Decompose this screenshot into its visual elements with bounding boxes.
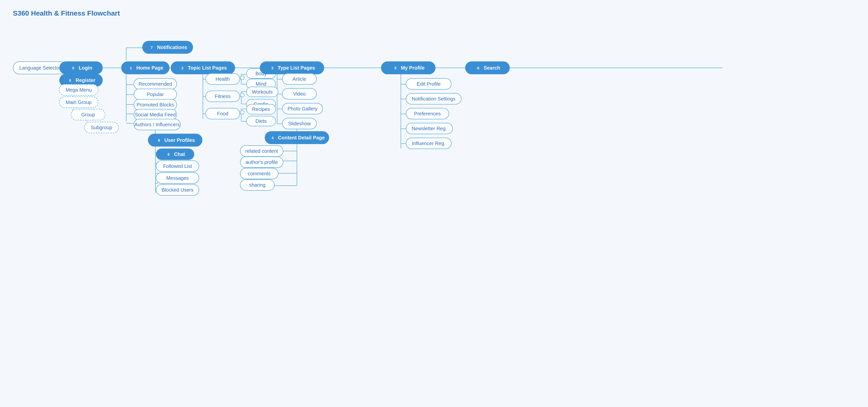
user-profiles-label: User Profiles bbox=[164, 137, 195, 143]
search-badge: 6 bbox=[475, 64, 482, 71]
my-profile-label: My Profile bbox=[401, 65, 425, 71]
language-selector-node[interactable]: Language Selector bbox=[13, 61, 67, 74]
type-list-pages-node[interactable]: 3 Type List Pages bbox=[260, 61, 324, 74]
video-label: Video bbox=[293, 91, 306, 97]
home-page-node[interactable]: 1 Home Page bbox=[121, 61, 169, 74]
workouts-label: Workouts bbox=[252, 89, 273, 95]
followed-list-node[interactable]: Followed List bbox=[156, 161, 199, 172]
preferences-node[interactable]: Preferences bbox=[406, 108, 449, 119]
food-node[interactable]: Food bbox=[205, 108, 240, 119]
content-detail-label: Content Detail Page bbox=[278, 135, 325, 141]
food-label: Food bbox=[217, 111, 228, 117]
chat-node[interactable]: 9 Chat bbox=[156, 149, 194, 160]
language-selector-label: Language Selector bbox=[19, 65, 61, 71]
newsletter-reg-node[interactable]: Newsletter Reg. bbox=[406, 123, 453, 134]
sharing-label: sharing bbox=[249, 182, 266, 188]
recommended-node[interactable]: Recommended bbox=[134, 78, 177, 90]
subgroup-node[interactable]: Subgroup bbox=[84, 122, 119, 133]
fitness-label: Fitness bbox=[215, 94, 230, 99]
topic-list-badge: 2 bbox=[179, 64, 186, 71]
search-label: Search bbox=[484, 65, 500, 71]
sharing-node[interactable]: sharing bbox=[240, 179, 275, 191]
authors-profile-label: author's profile bbox=[245, 159, 278, 165]
photo-gallery-label: Photo Gallery bbox=[287, 106, 317, 112]
my-profile-node[interactable]: 5 My Profile bbox=[381, 61, 435, 74]
photo-gallery-node[interactable]: Photo Gallery bbox=[282, 103, 323, 114]
chat-badge: 9 bbox=[165, 151, 172, 158]
blocked-users-label: Blocked Users bbox=[162, 187, 193, 193]
main-group-label: Main Group bbox=[66, 99, 92, 105]
group-node[interactable]: Group bbox=[71, 109, 105, 120]
health-connector bbox=[240, 76, 245, 80]
authors-profile-node[interactable]: author's profile bbox=[240, 156, 283, 168]
related-content-node[interactable]: related content bbox=[240, 145, 283, 157]
mega-menu-label: Mega Menu bbox=[66, 87, 92, 93]
messages-node[interactable]: Messages bbox=[156, 172, 199, 184]
influencer-reg-label: Influencer Reg. bbox=[412, 141, 446, 146]
notifications-node[interactable]: 7 Notifications bbox=[142, 41, 193, 54]
notifications-label: Notifications bbox=[157, 45, 187, 50]
popular-label: Popular bbox=[147, 92, 164, 97]
slideshow-node[interactable]: Slideshow bbox=[282, 118, 317, 129]
fitness-node[interactable]: Fitness bbox=[205, 91, 240, 102]
page-title: S360 Health & Fitness Flowchart bbox=[13, 9, 120, 17]
main-group-node[interactable]: Main Group bbox=[59, 96, 98, 108]
flowchart-container: S360 Health & Fitness Flowchart bbox=[0, 0, 868, 407]
login-node[interactable]: 0 Login bbox=[59, 61, 103, 74]
notification-settings-node[interactable]: Notification Settings bbox=[406, 93, 462, 105]
preferences-label: Preferences bbox=[414, 111, 441, 117]
type-list-badge: 3 bbox=[269, 64, 276, 71]
workouts-node[interactable]: Workouts bbox=[246, 87, 278, 97]
chat-label: Chat bbox=[174, 151, 185, 157]
popular-node[interactable]: Popular bbox=[134, 89, 177, 100]
diets-label: Diets bbox=[255, 118, 267, 124]
connectors-svg bbox=[0, 0, 868, 407]
subgroup-label: Subgroup bbox=[91, 125, 112, 130]
social-media-feed-label: Social Media Feed bbox=[135, 112, 176, 118]
edit-profile-label: Edit Profile bbox=[417, 81, 441, 87]
login-label: Login bbox=[79, 65, 92, 71]
slideshow-label: Slideshow bbox=[288, 121, 311, 126]
authors-influencers-label: Authors / Influencers bbox=[134, 122, 180, 127]
notifications-badge: 7 bbox=[148, 44, 155, 51]
topic-list-pages-node[interactable]: 2 Topic List Pages bbox=[171, 61, 235, 74]
recipes-label: Recipes bbox=[252, 107, 270, 112]
promoted-blocks-label: Promoted Blocks bbox=[136, 102, 174, 108]
authors-influencers-node[interactable]: Authors / Influencers bbox=[134, 119, 181, 130]
type-list-label: Type List Pages bbox=[278, 65, 315, 71]
video-node[interactable]: Video bbox=[282, 88, 317, 99]
my-profile-badge: 5 bbox=[392, 64, 399, 71]
health-label: Health bbox=[216, 76, 230, 82]
home-page-badge: 1 bbox=[127, 64, 134, 71]
mega-menu-node[interactable]: Mega Menu bbox=[59, 84, 98, 95]
followed-list-label: Followed List bbox=[163, 164, 192, 169]
recommended-label: Recommended bbox=[138, 81, 172, 87]
content-detail-page-node[interactable]: 4 Content Detail Page bbox=[265, 131, 329, 144]
home-page-label: Home Page bbox=[136, 65, 163, 71]
register-badge: 0 bbox=[67, 77, 73, 84]
article-node[interactable]: Article bbox=[282, 73, 317, 85]
topic-list-label: Topic List Pages bbox=[188, 65, 227, 71]
influencer-reg-node[interactable]: Influencer Reg. bbox=[406, 138, 452, 149]
blocked-users-node[interactable]: Blocked Users bbox=[156, 184, 199, 196]
messages-label: Messages bbox=[166, 175, 189, 181]
food-connector bbox=[240, 110, 245, 115]
comments-label: comments bbox=[248, 171, 271, 176]
diets-node[interactable]: Diets bbox=[246, 116, 276, 126]
login-badge: 0 bbox=[70, 64, 77, 71]
edit-profile-node[interactable]: Edit Profile bbox=[406, 78, 452, 90]
register-label: Register bbox=[75, 78, 95, 83]
user-profiles-badge: 8 bbox=[155, 137, 162, 144]
newsletter-reg-label: Newsletter Reg. bbox=[412, 126, 447, 132]
group-label: Group bbox=[81, 112, 95, 118]
mind-label: Mind bbox=[256, 81, 266, 87]
content-detail-badge: 4 bbox=[269, 134, 276, 141]
user-profiles-node[interactable]: 8 User Profiles bbox=[148, 134, 203, 147]
notification-settings-label: Notification Settings bbox=[412, 96, 456, 102]
health-node[interactable]: Health bbox=[205, 73, 240, 85]
recipes-node[interactable]: Recipes bbox=[246, 104, 276, 114]
comments-node[interactable]: comments bbox=[240, 168, 278, 179]
search-node[interactable]: 6 Search bbox=[465, 61, 510, 74]
fitness-connector bbox=[240, 93, 245, 97]
article-label: Article bbox=[292, 76, 306, 82]
